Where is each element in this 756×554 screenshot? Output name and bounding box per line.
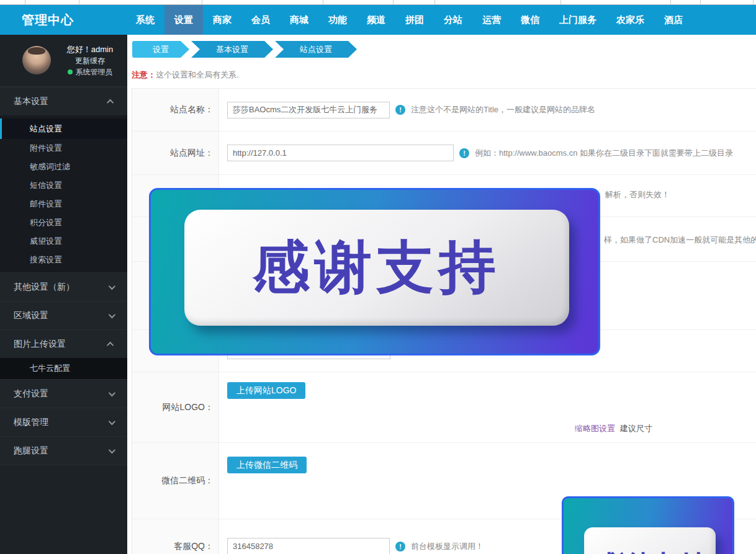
thumbnail-settings-link[interactable]: 缩略图设置 — [575, 424, 615, 433]
covered-hint-fragment-b: 样，如果做了CDN加速一般就可能是其他的域名 — [604, 235, 756, 246]
form-row-site-name: 站点名称： ! 注意这个不是网站的Title，一般建议是网站的品牌名 — [132, 89, 756, 132]
sidebar-item-sms-settings[interactable]: 短信设置 — [0, 176, 127, 195]
nav-item-channel[interactable]: 频道 — [357, 5, 395, 35]
nav-item-system[interactable]: 系统 — [126, 5, 164, 35]
chevron-down-icon — [109, 446, 115, 453]
nav-item-wechat[interactable]: 微信 — [511, 5, 549, 35]
thanks-banner-plate: 感谢支持 — [184, 210, 569, 326]
breadcrumb-basic-settings[interactable]: 基本设置 — [191, 41, 273, 58]
thanks-banner-small: 感谢支持 — [562, 496, 734, 554]
section-label: 图片上传设置 — [14, 339, 66, 350]
online-status-icon — [68, 69, 73, 74]
sidebar-item-qiniu-config[interactable]: 七牛云配置 — [0, 358, 127, 379]
site-name-hint: 注意这个不是网站的Title，一般建议是网站的品牌名 — [411, 104, 595, 115]
thanks-banner-text: 感谢支持 — [253, 229, 501, 306]
sidebar-section-basic-settings[interactable]: 基本设置 — [0, 87, 127, 115]
sidebar-item-search-settings[interactable]: 搜索设置 — [0, 251, 127, 269]
sidebar-section-payment-settings[interactable]: 支付设置 — [0, 379, 127, 408]
upload-logo-button[interactable]: 上传网站LOGO — [227, 382, 305, 399]
thumbnail-size-note: 建议尺寸 — [620, 424, 652, 433]
nav-item-settings[interactable]: 设置 — [164, 5, 203, 35]
sidebar-section-other-settings[interactable]: 其他设置（新） — [0, 272, 127, 301]
site-name-input[interactable] — [227, 102, 390, 118]
info-icon: ! — [395, 105, 405, 115]
sidebar: 您好！admin 更新缓存 系统管理员 基本设置 站点设置 附件设置 敏感词过滤… — [0, 35, 127, 554]
nav-item-hotel[interactable]: 酒店 — [654, 5, 693, 35]
thanks-banner-plate: 感谢支持 — [584, 527, 716, 554]
sidebar-item-site-settings[interactable]: 站点设置 — [0, 118, 127, 139]
notice-text: 这个设置和全局有关系. — [156, 70, 239, 79]
info-icon: ! — [395, 542, 405, 552]
section-label: 支付设置 — [14, 388, 48, 400]
user-panel: 您好！admin 更新缓存 系统管理员 — [0, 35, 127, 87]
sidebar-section-region-settings[interactable]: 区域设置 — [0, 301, 127, 329]
thanks-banner-text: 感谢支持 — [590, 547, 709, 554]
form-row-site-url: 站点网址： ! 例如：http://www.baocms.cn 如果你在二级目录… — [132, 132, 756, 175]
sidebar-section-errand-settings[interactable]: 跑腿设置 — [0, 436, 127, 465]
upload-wechat-qr-button[interactable]: 上传微信二维码 — [227, 457, 307, 473]
chevron-down-icon — [109, 282, 115, 289]
sidebar-section-template-management[interactable]: 模版管理 — [0, 408, 127, 436]
chevron-up-icon — [107, 99, 114, 105]
sidebar-section-image-upload-settings[interactable]: 图片上传设置 — [0, 329, 127, 358]
wechat-qr-label: 微信二维码： — [132, 443, 219, 519]
chevron-up-icon — [107, 341, 114, 348]
service-qq-label: 客服QQ： — [132, 519, 219, 554]
section-label: 其他设置（新） — [14, 282, 74, 293]
service-qq-hint: 前台模板显示调用！ — [411, 541, 484, 552]
nav-item-merchant[interactable]: 商家 — [203, 5, 241, 35]
avatar — [22, 46, 51, 74]
user-role: 系统管理员 — [59, 66, 121, 78]
sidebar-item-sensitive-word-filter[interactable]: 敏感词过滤 — [0, 158, 127, 176]
sidebar-item-attachment-settings[interactable]: 附件设置 — [0, 139, 127, 158]
main-nav: 系统 设置 商家 会员 商城 功能 频道 拼团 分站 运营 微信 上门服务 农家… — [126, 5, 693, 35]
sidebar-item-mail-settings[interactable]: 邮件设置 — [0, 195, 127, 213]
top-navbar: 管理中心 系统 设置 商家 会员 商城 功能 频道 拼团 分站 运营 微信 上门… — [0, 5, 756, 35]
breadcrumb-settings[interactable]: 设置 — [132, 41, 189, 58]
nav-item-doorservice[interactable]: 上门服务 — [549, 5, 606, 35]
nav-item-member[interactable]: 会员 — [241, 5, 280, 35]
nav-item-groupbuy[interactable]: 拼团 — [395, 5, 434, 35]
nav-item-mall[interactable]: 商城 — [280, 5, 318, 35]
background-page-edge — [0, 0, 756, 5]
nav-item-function[interactable]: 功能 — [318, 5, 357, 35]
refresh-cache-link[interactable]: 更新缓存 — [59, 55, 121, 66]
covered-hint-fragment-a: 解析，否则失效！ — [605, 189, 670, 200]
site-name-label: 站点名称： — [132, 89, 219, 131]
section-label: 跑腿设置 — [14, 445, 48, 457]
notice-line: 注意：这个设置和全局有关系. — [132, 69, 756, 81]
sidebar-item-points-settings[interactable]: 积分设置 — [0, 213, 127, 232]
notice-prefix: 注意： — [132, 70, 156, 79]
form-row-site-logo: 网站LOGO： 上传网站LOGO 缩略图设置 建议尺寸 — [132, 372, 756, 443]
chevron-down-icon — [109, 311, 115, 318]
section-label: 模版管理 — [14, 417, 48, 428]
site-url-hint: 例如：http://www.baocms.cn 如果你在二级目录下面就需要带上二… — [475, 148, 733, 159]
breadcrumb-site-settings[interactable]: 站点设置 — [275, 41, 357, 58]
chevron-down-icon — [109, 389, 115, 396]
site-url-label: 站点网址： — [132, 132, 219, 174]
basic-settings-submenu: 站点设置 附件设置 敏感词过滤 短信设置 邮件设置 积分设置 威望设置 搜索设置 — [0, 115, 127, 272]
chevron-down-icon — [109, 418, 115, 424]
site-url-input[interactable] — [227, 145, 454, 161]
app-title: 管理中心 — [22, 12, 126, 29]
thanks-banner-large: 感谢支持 — [149, 188, 600, 355]
nav-item-farmstay[interactable]: 农家乐 — [606, 5, 654, 35]
user-role-label: 系统管理员 — [76, 66, 113, 78]
sidebar-item-prestige-settings[interactable]: 威望设置 — [0, 232, 127, 251]
info-icon: ! — [459, 148, 469, 158]
user-greeting: 您好！admin — [59, 43, 121, 55]
nav-item-operation[interactable]: 运营 — [472, 5, 511, 35]
site-logo-label: 网站LOGO： — [132, 372, 219, 442]
section-label: 区域设置 — [14, 310, 48, 321]
nav-item-substation[interactable]: 分站 — [434, 5, 472, 35]
service-qq-input[interactable] — [227, 538, 390, 554]
breadcrumb: 设置 基本设置 站点设置 — [132, 41, 756, 58]
section-label: 基本设置 — [14, 96, 48, 107]
